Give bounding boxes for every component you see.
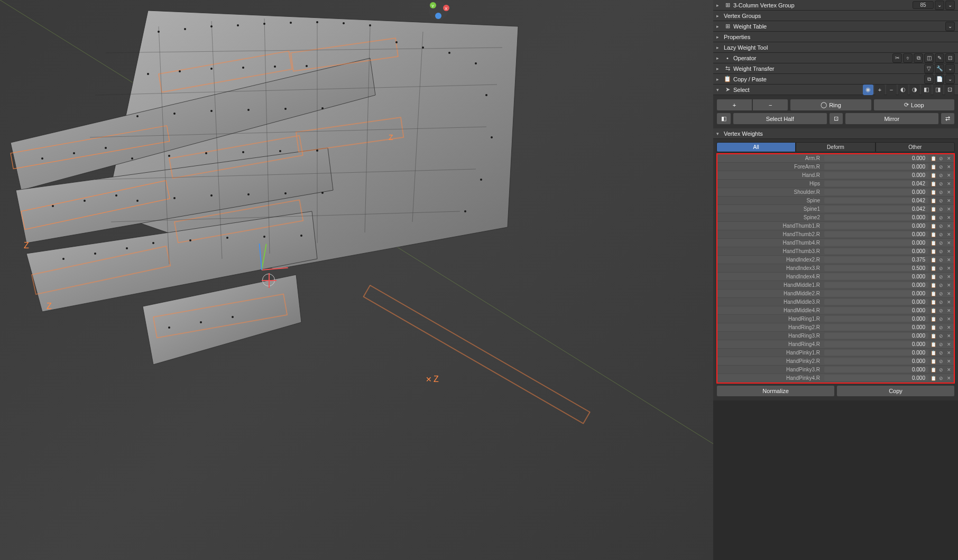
weight-value-field[interactable]: 0.000	[824, 307, 928, 313]
navigation-gizmo[interactable]: X Y	[417, 0, 459, 32]
remove-weight-icon[interactable]: ✕	[945, 290, 953, 297]
lock-weight-icon[interactable]: ⊘	[937, 324, 945, 331]
paste-weight-icon[interactable]: 📋	[929, 189, 937, 196]
paste-weight-icon[interactable]: 📋	[929, 282, 937, 289]
remove-weight-icon[interactable]: ✕	[945, 214, 953, 221]
weight-value-field[interactable]: 0.000	[824, 274, 928, 279]
vertex-group-count[interactable]: 85	[913, 1, 934, 9]
paste-weight-icon[interactable]: 📋	[929, 298, 937, 306]
copy-icon[interactable]: ⧉	[914, 53, 923, 63]
remove-weight-icon[interactable]: ✕	[945, 324, 953, 331]
weight-value-field[interactable]: 0.042	[824, 198, 928, 203]
grow-selection-button[interactable]: +	[716, 99, 752, 111]
panel-vertex-groups[interactable]: ▸ Vertex Groups	[713, 11, 958, 21]
lock-weight-icon[interactable]: ⊘	[937, 239, 945, 247]
select-tool-8[interactable]: ⊡	[944, 85, 955, 95]
remove-weight-icon[interactable]: ✕	[945, 332, 953, 340]
lock-weight-icon[interactable]: ⊘	[937, 290, 945, 297]
options-icon[interactable]: ⌄	[945, 64, 955, 73]
paste-weight-icon[interactable]: 📋	[929, 315, 937, 323]
remove-weight-icon[interactable]: ✕	[945, 349, 953, 357]
lock-weight-icon[interactable]: ⊘	[937, 341, 945, 348]
paste-weight-icon[interactable]: 📋	[929, 239, 937, 247]
weight-value-field[interactable]: 0.000	[824, 282, 928, 288]
select-tool-6[interactable]: ◧	[921, 85, 932, 95]
panel-operator[interactable]: ▸ • Operator ✂ ⎀ ⧉ ◫ ✎ ⊡	[713, 53, 958, 63]
lock-weight-icon[interactable]: ⊘	[937, 231, 945, 238]
select-add-icon[interactable]: +	[874, 85, 885, 95]
weight-value-field[interactable]: 0.375	[824, 257, 928, 263]
panel-select[interactable]: ▾ ➤ Select ◉ + − ◐ ◑ ◧ ◨ ⊡	[713, 85, 958, 95]
lock-weight-icon[interactable]: ⊘	[937, 358, 945, 365]
lock-weight-icon[interactable]: ⊘	[937, 172, 945, 179]
weight-value-field[interactable]: 0.500	[824, 265, 928, 271]
tool-icon[interactable]: ✎	[935, 53, 944, 63]
weight-value-field[interactable]: 0.000	[824, 172, 928, 178]
paste-weight-icon[interactable]: 📋	[929, 375, 937, 382]
remove-weight-icon[interactable]: ✕	[945, 358, 953, 365]
copy-icon[interactable]: ⧉	[924, 74, 934, 84]
paste-weight-icon[interactable]: 📋	[929, 290, 937, 297]
lock-weight-icon[interactable]: ⊘	[937, 189, 945, 196]
paste-weight-icon[interactable]: 📋	[929, 349, 937, 357]
lock-weight-icon[interactable]: ⊘	[937, 180, 945, 188]
weight-value-field[interactable]: 0.000	[824, 291, 928, 296]
loop-select-button[interactable]: ⟳Loop	[873, 99, 955, 111]
remove-weight-icon[interactable]: ✕	[945, 231, 953, 238]
weight-value-field[interactable]: 0.000	[824, 248, 928, 254]
weight-value-field[interactable]: 0.000	[824, 367, 928, 372]
normalize-button[interactable]: Normalize	[716, 385, 835, 397]
paste-weight-icon[interactable]: 📋	[929, 214, 937, 221]
panel-weight-table[interactable]: ▸ ⊞ Weight Table ⌄	[713, 21, 958, 32]
panel-vertex-weights[interactable]: ▾ Vertex Weights	[713, 128, 958, 139]
paste-weight-icon[interactable]: 📋	[929, 324, 937, 331]
select-tool-7[interactable]: ◨	[933, 85, 943, 95]
remove-weight-icon[interactable]: ✕	[945, 222, 953, 230]
panel-3column-vertex-group[interactable]: ▸ ⊞ 3-Column Vertex Group 85 ⌄ ⌄	[713, 0, 958, 11]
select-tool-1[interactable]: ◉	[863, 85, 873, 95]
lock-weight-icon[interactable]: ⊘	[937, 307, 945, 314]
select-half-variant-button[interactable]: ⊡	[829, 113, 843, 125]
remove-weight-icon[interactable]: ✕	[945, 298, 953, 306]
lock-weight-icon[interactable]: ⊘	[937, 197, 945, 204]
lock-weight-icon[interactable]: ⊘	[937, 282, 945, 289]
remove-weight-icon[interactable]: ✕	[945, 341, 953, 348]
mirror-icon-button[interactable]: ⇄	[941, 113, 955, 125]
weight-value-field[interactable]: 0.000	[824, 240, 928, 246]
select-tool-4[interactable]: ◐	[898, 85, 908, 95]
weight-value-field[interactable]: 0.000	[824, 341, 928, 347]
remove-weight-icon[interactable]: ✕	[945, 315, 953, 323]
lock-weight-icon[interactable]: ⊘	[937, 265, 945, 272]
remove-weight-icon[interactable]: ✕	[945, 172, 953, 179]
paste-weight-icon[interactable]: 📋	[929, 358, 937, 365]
tab-all[interactable]: All	[716, 142, 796, 152]
paste-weight-icon[interactable]: 📋	[929, 248, 937, 255]
tool-icon[interactable]: ✂	[892, 53, 902, 63]
lock-weight-icon[interactable]: ⊘	[937, 375, 945, 382]
lock-weight-icon[interactable]: ⊘	[937, 155, 945, 162]
tool-icon[interactable]: ◫	[924, 53, 934, 63]
paste-weight-icon[interactable]: 📋	[929, 180, 937, 188]
remove-weight-icon[interactable]: ✕	[945, 256, 953, 264]
tool-icon[interactable]: ⎀	[903, 53, 913, 63]
tool-icon[interactable]: ▽	[924, 64, 934, 73]
weight-value-field[interactable]: 0.000	[824, 375, 928, 381]
paste-weight-icon[interactable]: 📋	[929, 332, 937, 340]
paste-weight-icon[interactable]: 📋	[929, 341, 937, 348]
paste-weight-icon[interactable]: 📋	[929, 163, 937, 171]
weight-value-field[interactable]: 0.000	[824, 324, 928, 330]
remove-weight-icon[interactable]: ✕	[945, 265, 953, 272]
lock-weight-icon[interactable]: ⊘	[937, 315, 945, 323]
paste-weight-icon[interactable]: 📋	[929, 273, 937, 281]
weight-value-field[interactable]: 0.000	[824, 333, 928, 339]
lock-weight-icon[interactable]: ⊘	[937, 273, 945, 281]
paste-weight-icon[interactable]: 📋	[929, 307, 937, 314]
weight-value-field[interactable]: 0.000	[824, 189, 928, 195]
lock-weight-icon[interactable]: ⊘	[937, 298, 945, 306]
panel-weight-transfer[interactable]: ▸ ⇆ Weight Transfer ▽ 🔧 ⌄	[713, 63, 958, 74]
lock-weight-icon[interactable]: ⊘	[937, 163, 945, 171]
remove-weight-icon[interactable]: ✕	[945, 366, 953, 374]
dropdown-icon[interactable]: ⌄	[935, 1, 944, 10]
remove-weight-icon[interactable]: ✕	[945, 155, 953, 162]
weight-value-field[interactable]: 0.000	[824, 350, 928, 356]
